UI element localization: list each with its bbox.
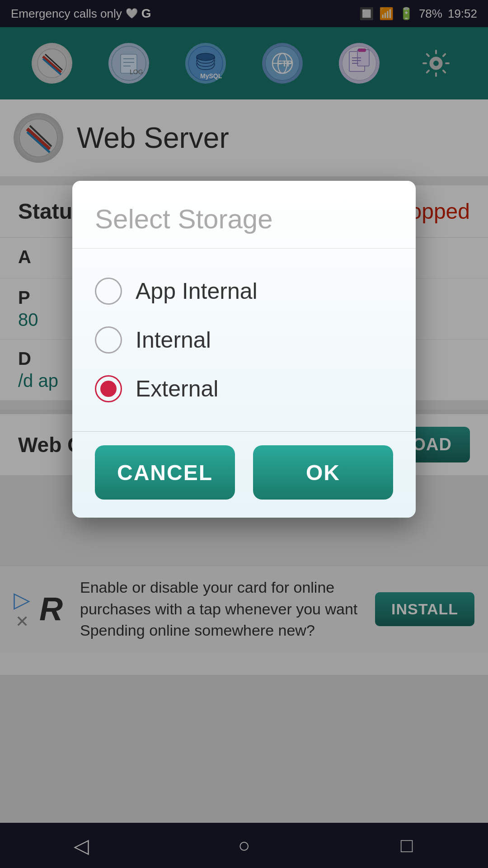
option-internal[interactable]: Internal bbox=[95, 316, 393, 364]
dialog-actions: CANCEL OK bbox=[72, 432, 416, 518]
option-app-internal[interactable]: App Internal bbox=[95, 267, 393, 316]
option-external[interactable]: External bbox=[95, 364, 393, 413]
dialog-body: App Internal Internal External bbox=[72, 249, 416, 427]
select-storage-dialog: Select Storage App Internal Internal Ext… bbox=[72, 181, 416, 518]
option-app-internal-label: App Internal bbox=[136, 278, 258, 304]
modal-overlay: Select Storage App Internal Internal Ext… bbox=[0, 0, 488, 868]
radio-external[interactable] bbox=[95, 375, 122, 402]
cancel-button[interactable]: CANCEL bbox=[95, 445, 235, 500]
dialog-title: Select Storage bbox=[72, 181, 416, 249]
radio-app-internal[interactable] bbox=[95, 278, 122, 305]
ok-button[interactable]: OK bbox=[253, 445, 393, 500]
option-internal-label: Internal bbox=[136, 327, 211, 353]
radio-internal[interactable] bbox=[95, 326, 122, 354]
radio-inner-dot bbox=[100, 381, 117, 397]
option-external-label: External bbox=[136, 376, 218, 402]
